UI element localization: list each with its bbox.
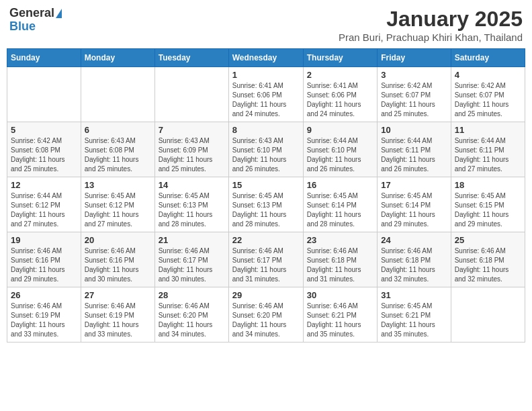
day-header-monday: Monday — [81, 49, 154, 67]
day-detail: Sunrise: 6:42 AMSunset: 6:08 PMDaylight:… — [11, 136, 77, 174]
logo-general: General — [9, 7, 62, 20]
day-number: 29 — [232, 290, 300, 300]
calendar-cell: 10Sunrise: 6:44 AMSunset: 6:11 PMDayligh… — [378, 122, 451, 177]
day-number: 6 — [85, 125, 151, 135]
page-header: General Blue January 2025 Pran Buri, Pra… — [7, 7, 525, 43]
day-detail: Sunrise: 6:43 AMSunset: 6:09 PMDaylight:… — [159, 136, 225, 174]
day-number: 15 — [232, 180, 300, 190]
day-number: 5 — [11, 125, 77, 135]
day-detail: Sunrise: 6:46 AMSunset: 6:18 PMDaylight:… — [307, 246, 373, 284]
day-number: 24 — [381, 235, 447, 245]
day-number: 22 — [232, 235, 300, 245]
calendar-cell: 29Sunrise: 6:46 AMSunset: 6:20 PMDayligh… — [228, 287, 303, 342]
logo-blue: Blue — [9, 20, 36, 34]
calendar-cell: 14Sunrise: 6:45 AMSunset: 6:13 PMDayligh… — [154, 177, 228, 232]
day-detail: Sunrise: 6:43 AMSunset: 6:10 PMDaylight:… — [232, 136, 300, 174]
week-row-3: 19Sunrise: 6:46 AMSunset: 6:16 PMDayligh… — [7, 232, 525, 287]
calendar-cell: 18Sunrise: 6:45 AMSunset: 6:15 PMDayligh… — [451, 177, 525, 232]
calendar-cell: 1Sunrise: 6:41 AMSunset: 6:06 PMDaylight… — [228, 67, 303, 122]
calendar-cell: 25Sunrise: 6:46 AMSunset: 6:18 PMDayligh… — [451, 232, 525, 287]
day-number: 26 — [11, 290, 77, 300]
day-detail: Sunrise: 6:45 AMSunset: 6:14 PMDaylight:… — [381, 191, 447, 229]
day-detail: Sunrise: 6:42 AMSunset: 6:07 PMDaylight:… — [381, 81, 447, 119]
day-detail: Sunrise: 6:45 AMSunset: 6:12 PMDaylight:… — [85, 191, 151, 229]
day-header-tuesday: Tuesday — [154, 49, 228, 67]
calendar-cell: 16Sunrise: 6:45 AMSunset: 6:14 PMDayligh… — [303, 177, 377, 232]
week-row-2: 12Sunrise: 6:44 AMSunset: 6:12 PMDayligh… — [7, 177, 525, 232]
calendar-cell: 17Sunrise: 6:45 AMSunset: 6:14 PMDayligh… — [378, 177, 451, 232]
day-header-thursday: Thursday — [303, 49, 377, 67]
day-number: 21 — [159, 235, 225, 245]
day-detail: Sunrise: 6:46 AMSunset: 6:16 PMDaylight:… — [11, 246, 77, 284]
calendar-cell: 26Sunrise: 6:46 AMSunset: 6:19 PMDayligh… — [7, 287, 81, 342]
day-detail: Sunrise: 6:46 AMSunset: 6:17 PMDaylight:… — [159, 246, 225, 284]
calendar-cell — [451, 287, 525, 342]
calendar-cell: 27Sunrise: 6:46 AMSunset: 6:19 PMDayligh… — [81, 287, 154, 342]
day-number: 10 — [381, 125, 447, 135]
day-number: 17 — [381, 180, 447, 190]
week-row-1: 5Sunrise: 6:42 AMSunset: 6:08 PMDaylight… — [7, 122, 525, 177]
day-number: 16 — [307, 180, 373, 190]
calendar-cell: 24Sunrise: 6:46 AMSunset: 6:18 PMDayligh… — [378, 232, 451, 287]
day-detail: Sunrise: 6:44 AMSunset: 6:12 PMDaylight:… — [11, 191, 77, 229]
calendar-cell: 22Sunrise: 6:46 AMSunset: 6:17 PMDayligh… — [228, 232, 303, 287]
logo: General Blue — [9, 7, 62, 34]
calendar-cell: 31Sunrise: 6:45 AMSunset: 6:21 PMDayligh… — [378, 287, 451, 342]
calendar-cell: 4Sunrise: 6:42 AMSunset: 6:07 PMDaylight… — [451, 67, 525, 122]
day-header-sunday: Sunday — [7, 49, 81, 67]
day-detail: Sunrise: 6:45 AMSunset: 6:13 PMDaylight:… — [159, 191, 225, 229]
calendar-cell — [81, 67, 154, 122]
day-detail: Sunrise: 6:46 AMSunset: 6:20 PMDaylight:… — [232, 302, 300, 339]
day-detail: Sunrise: 6:46 AMSunset: 6:17 PMDaylight:… — [232, 246, 300, 284]
calendar-cell: 23Sunrise: 6:46 AMSunset: 6:18 PMDayligh… — [303, 232, 377, 287]
day-number: 14 — [159, 180, 225, 190]
calendar-cell: 11Sunrise: 6:44 AMSunset: 6:11 PMDayligh… — [451, 122, 525, 177]
day-detail: Sunrise: 6:46 AMSunset: 6:16 PMDaylight:… — [85, 246, 151, 284]
calendar-cell: 8Sunrise: 6:43 AMSunset: 6:10 PMDaylight… — [228, 122, 303, 177]
day-detail: Sunrise: 6:44 AMSunset: 6:11 PMDaylight:… — [381, 136, 447, 174]
calendar-cell: 9Sunrise: 6:44 AMSunset: 6:10 PMDaylight… — [303, 122, 377, 177]
day-detail: Sunrise: 6:46 AMSunset: 6:19 PMDaylight:… — [11, 302, 77, 339]
day-number: 12 — [11, 180, 77, 190]
page-subtitle: Pran Buri, Prachuap Khiri Khan, Thailand — [339, 32, 523, 43]
calendar-cell: 20Sunrise: 6:46 AMSunset: 6:16 PMDayligh… — [81, 232, 154, 287]
day-detail: Sunrise: 6:44 AMSunset: 6:10 PMDaylight:… — [307, 136, 373, 174]
header-row: SundayMondayTuesdayWednesdayThursdayFrid… — [7, 49, 525, 67]
day-number: 27 — [85, 290, 151, 300]
day-number: 19 — [11, 235, 77, 245]
day-number: 31 — [381, 290, 447, 300]
calendar-cell: 6Sunrise: 6:43 AMSunset: 6:08 PMDaylight… — [81, 122, 154, 177]
day-number: 23 — [307, 235, 373, 245]
day-detail: Sunrise: 6:46 AMSunset: 6:21 PMDaylight:… — [307, 302, 373, 339]
calendar-cell: 2Sunrise: 6:41 AMSunset: 6:06 PMDaylight… — [303, 67, 377, 122]
day-detail: Sunrise: 6:44 AMSunset: 6:11 PMDaylight:… — [455, 136, 521, 174]
day-detail: Sunrise: 6:41 AMSunset: 6:06 PMDaylight:… — [307, 81, 373, 119]
calendar-cell — [154, 67, 228, 122]
day-number: 8 — [232, 125, 300, 135]
day-header-saturday: Saturday — [451, 49, 525, 67]
day-number: 11 — [455, 125, 521, 135]
calendar-cell — [7, 67, 81, 122]
day-detail: Sunrise: 6:43 AMSunset: 6:08 PMDaylight:… — [85, 136, 151, 174]
day-number: 18 — [455, 180, 521, 190]
day-number: 25 — [455, 235, 521, 245]
day-number: 28 — [159, 290, 225, 300]
day-header-friday: Friday — [378, 49, 451, 67]
week-row-0: 1Sunrise: 6:41 AMSunset: 6:06 PMDaylight… — [7, 67, 525, 122]
day-detail: Sunrise: 6:41 AMSunset: 6:06 PMDaylight:… — [232, 81, 300, 119]
day-header-wednesday: Wednesday — [228, 49, 303, 67]
calendar-cell: 30Sunrise: 6:46 AMSunset: 6:21 PMDayligh… — [303, 287, 377, 342]
day-number: 3 — [381, 70, 447, 80]
calendar-cell: 3Sunrise: 6:42 AMSunset: 6:07 PMDaylight… — [378, 67, 451, 122]
calendar-cell: 21Sunrise: 6:46 AMSunset: 6:17 PMDayligh… — [154, 232, 228, 287]
day-number: 30 — [307, 290, 373, 300]
day-number: 2 — [307, 70, 373, 80]
day-detail: Sunrise: 6:45 AMSunset: 6:21 PMDaylight:… — [381, 302, 447, 339]
calendar-cell: 15Sunrise: 6:45 AMSunset: 6:13 PMDayligh… — [228, 177, 303, 232]
page-title: January 2025 — [339, 7, 523, 32]
day-detail: Sunrise: 6:45 AMSunset: 6:15 PMDaylight:… — [455, 191, 521, 229]
day-detail: Sunrise: 6:46 AMSunset: 6:20 PMDaylight:… — [159, 302, 225, 339]
calendar-cell: 12Sunrise: 6:44 AMSunset: 6:12 PMDayligh… — [7, 177, 81, 232]
day-number: 4 — [455, 70, 521, 80]
day-number: 1 — [232, 70, 300, 80]
